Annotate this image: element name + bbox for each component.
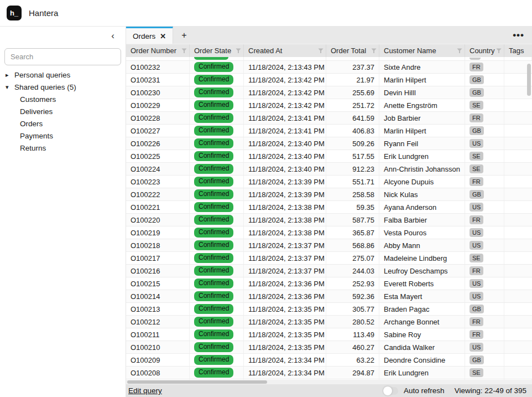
country-badge: US bbox=[470, 343, 483, 352]
table-row[interactable]: O100225Confirmed11/18/2024, 2:13:40 PM51… bbox=[126, 150, 532, 163]
table-row[interactable]: O100227Confirmed11/18/2024, 2:13:41 PM40… bbox=[126, 125, 532, 137]
filter-icon[interactable] bbox=[496, 48, 502, 54]
cell-created_at: 11/18/2024, 2:13:38 PM bbox=[244, 201, 326, 213]
filter-icon[interactable] bbox=[181, 48, 187, 54]
column-header-created_at[interactable]: Created At bbox=[244, 44, 326, 57]
column-header-country[interactable]: Country bbox=[465, 44, 504, 57]
filter-icon[interactable] bbox=[236, 48, 241, 54]
sidebar-item-deliveries[interactable]: Deliveries bbox=[0, 105, 126, 117]
cell-order_number: O100215 bbox=[126, 277, 190, 290]
table-row[interactable]: O100223Confirmed11/18/2024, 2:13:39 PM55… bbox=[126, 176, 532, 188]
sidebar-item-orders[interactable]: Orders bbox=[0, 117, 126, 130]
column-header-customer_name[interactable]: Customer Name bbox=[379, 44, 465, 57]
cell-country: SE bbox=[465, 367, 504, 379]
cell-order_total: 460.27 bbox=[326, 341, 379, 353]
cell-customer_name: Leufroy Deschamps bbox=[379, 265, 465, 277]
sidebar-section-shared[interactable]: ▾Shared queries (5) bbox=[0, 81, 126, 93]
order-state-badge: Confirmed bbox=[194, 228, 233, 238]
table-row[interactable]: O100226Confirmed11/18/2024, 2:13:40 PM50… bbox=[126, 137, 532, 150]
horizontal-scrollbar[interactable] bbox=[126, 380, 532, 384]
tab-close-icon[interactable]: ✕ bbox=[160, 33, 166, 40]
table-row[interactable]: O100220Confirmed11/18/2024, 2:13:38 PM58… bbox=[126, 214, 532, 226]
content: ‹ ▸Personal queries▾Shared queries (5)Cu… bbox=[0, 27, 532, 397]
auto-refresh-label: Auto refresh bbox=[404, 386, 445, 395]
cell-order_state: Confirmed bbox=[190, 61, 244, 73]
table-row[interactable]: O100210Confirmed11/18/2024, 2:13:35 PM46… bbox=[126, 341, 532, 354]
cell-country: US bbox=[465, 226, 504, 239]
table-row[interactable]: O100216Confirmed11/18/2024, 2:13:37 PM24… bbox=[126, 265, 532, 277]
cell-tags bbox=[504, 188, 532, 200]
table-row[interactable]: O100232Confirmed11/18/2024, 2:13:43 PM23… bbox=[126, 61, 532, 74]
cell-country: FR bbox=[465, 112, 504, 124]
sidebar-item-returns[interactable]: Returns bbox=[0, 142, 126, 154]
cell-created_at: 11/18/2024, 2:13:39 PM bbox=[244, 176, 326, 188]
filter-icon[interactable] bbox=[457, 48, 462, 54]
country-badge: SE bbox=[470, 368, 483, 377]
cell-created_at: 11/18/2024, 2:13:43 PM bbox=[244, 61, 326, 73]
cell-created_at: 11/18/2024, 2:13:35 PM bbox=[244, 316, 326, 328]
cell-order_total: 258.58 bbox=[326, 188, 379, 200]
table-row[interactable]: O100214Confirmed11/18/2024, 2:13:36 PM59… bbox=[126, 290, 532, 303]
horizontal-scrollbar-thumb[interactable] bbox=[127, 380, 267, 384]
tab-label: Orders bbox=[133, 32, 155, 40]
cell-customer_name: Marlin Hilpert bbox=[379, 125, 465, 137]
cell-order_number: O100221 bbox=[126, 201, 190, 213]
table-row[interactable]: O100218Confirmed11/18/2024, 2:13:37 PM56… bbox=[126, 239, 532, 252]
table-row[interactable]: O100231Confirmed11/18/2024, 2:13:42 PM21… bbox=[126, 74, 532, 86]
sidebar-collapse-button[interactable]: ‹ bbox=[109, 30, 117, 42]
cell-created_at: 11/18/2024, 2:13:41 PM bbox=[244, 112, 326, 124]
tab-overflow-button[interactable]: ••• bbox=[505, 27, 532, 44]
table-row[interactable]: O100217Confirmed11/18/2024, 2:13:37 PM27… bbox=[126, 252, 532, 265]
auto-refresh-toggle[interactable] bbox=[383, 387, 398, 395]
column-label: Order Number bbox=[131, 47, 180, 55]
cell-created_at: 11/18/2024, 2:13:42 PM bbox=[244, 74, 326, 86]
table-row[interactable]: O100208Confirmed11/18/2024, 2:13:34 PM29… bbox=[126, 367, 532, 379]
cell-order_number: O100232 bbox=[126, 61, 190, 73]
cell-order_state: Confirmed bbox=[190, 354, 244, 366]
cell-created_at: 11/18/2024, 2:13:37 PM bbox=[244, 265, 326, 277]
cell-order_number: O100227 bbox=[126, 125, 190, 137]
country-badge: FR bbox=[470, 114, 483, 122]
sidebar-item-customers[interactable]: Customers bbox=[0, 93, 126, 105]
table-row[interactable]: O100228Confirmed11/18/2024, 2:13:41 PM64… bbox=[126, 112, 532, 125]
column-header-tags[interactable]: Tags bbox=[504, 44, 532, 57]
order-state-badge: Confirmed bbox=[194, 355, 233, 365]
cell-country: SE bbox=[465, 99, 504, 111]
cell-order_state: Confirmed bbox=[190, 74, 244, 86]
cell-created_at: 11/18/2024, 2:13:34 PM bbox=[244, 367, 326, 379]
table-row[interactable]: O100230Confirmed11/18/2024, 2:13:42 PM25… bbox=[126, 86, 532, 99]
column-header-order_number[interactable]: Order Number bbox=[126, 44, 190, 57]
cell-order_number: O100224 bbox=[126, 163, 190, 175]
table-row[interactable]: O100224Confirmed11/18/2024, 2:13:40 PM91… bbox=[126, 163, 532, 176]
table-row[interactable]: O100219Confirmed11/18/2024, 2:13:38 PM36… bbox=[126, 226, 532, 239]
cell-order_total: 587.75 bbox=[326, 214, 379, 226]
vertical-scrollbar[interactable] bbox=[527, 64, 531, 96]
table-row[interactable]: O100213Confirmed11/18/2024, 2:13:35 PM30… bbox=[126, 303, 532, 316]
column-header-order_state[interactable]: Order State bbox=[190, 44, 244, 57]
cell-created_at: 11/18/2024, 2:13:38 PM bbox=[244, 214, 326, 226]
column-header-order_total[interactable]: Order Total bbox=[326, 44, 379, 57]
cell-country: GB bbox=[465, 86, 504, 99]
filter-icon[interactable] bbox=[371, 48, 377, 54]
cell-country: FR bbox=[465, 316, 504, 328]
filter-icon[interactable] bbox=[318, 48, 324, 54]
table-row[interactable]: O100212Confirmed11/18/2024, 2:13:35 PM28… bbox=[126, 316, 532, 328]
order-state-badge: Confirmed bbox=[194, 266, 233, 276]
table-row[interactable]: O100222Confirmed11/18/2024, 2:13:39 PM25… bbox=[126, 188, 532, 201]
new-tab-button[interactable]: + bbox=[173, 27, 195, 44]
sidebar-section-personal[interactable]: ▸Personal queries bbox=[0, 69, 126, 81]
order-state-badge: Confirmed bbox=[194, 202, 233, 212]
cell-country: SE bbox=[465, 150, 504, 162]
cell-customer_name: Madeleine Lindberg bbox=[379, 252, 465, 264]
tab-orders[interactable]: Orders ✕ bbox=[126, 27, 173, 44]
edit-query-link[interactable]: Edit query bbox=[128, 386, 162, 395]
country-badge: SE bbox=[470, 101, 483, 110]
table-row[interactable]: O100221Confirmed11/18/2024, 2:13:38 PM59… bbox=[126, 201, 532, 214]
table-row[interactable]: O100211Confirmed11/18/2024, 2:13:35 PM11… bbox=[126, 328, 532, 341]
sidebar-item-payments[interactable]: Payments bbox=[0, 130, 126, 142]
table-row[interactable]: O100229Confirmed11/18/2024, 2:13:42 PM25… bbox=[126, 99, 532, 112]
cell-order_number: O100223 bbox=[126, 176, 190, 188]
table-row[interactable]: O100215Confirmed11/18/2024, 2:13:36 PM25… bbox=[126, 277, 532, 290]
search-input[interactable] bbox=[4, 48, 121, 65]
table-row[interactable]: O100209Confirmed11/18/2024, 2:13:34 PM63… bbox=[126, 354, 532, 367]
